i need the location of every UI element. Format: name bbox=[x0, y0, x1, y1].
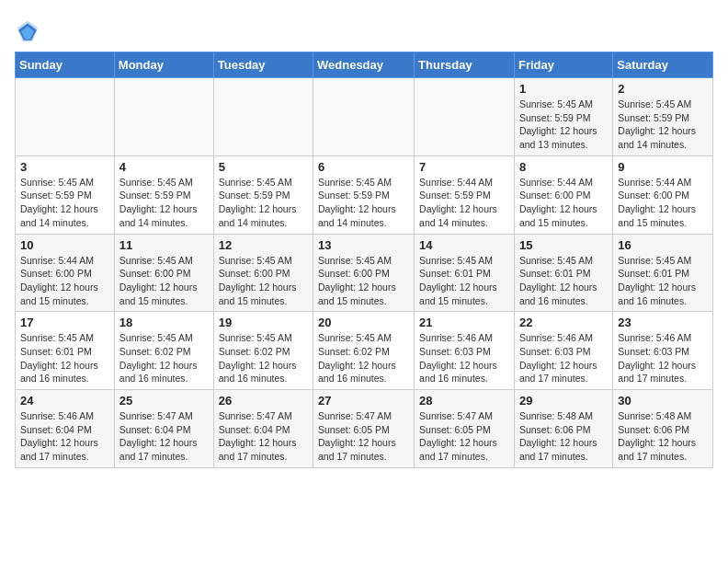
day-number: 7 bbox=[419, 160, 509, 174]
calendar-week-row: 10Sunrise: 5:44 AMSunset: 6:00 PMDayligh… bbox=[16, 234, 713, 312]
day-info: Sunrise: 5:45 AMSunset: 6:00 PMDaylight:… bbox=[119, 254, 209, 308]
day-number: 11 bbox=[119, 238, 209, 252]
calendar-cell: 16Sunrise: 5:45 AMSunset: 6:01 PMDayligh… bbox=[613, 234, 713, 312]
calendar-cell: 3Sunrise: 5:45 AMSunset: 5:59 PMDaylight… bbox=[16, 155, 115, 234]
calendar-cell bbox=[415, 78, 515, 156]
calendar-week-row: 17Sunrise: 5:45 AMSunset: 6:01 PMDayligh… bbox=[16, 312, 713, 390]
header-wednesday: Wednesday bbox=[313, 52, 415, 78]
day-info: Sunrise: 5:45 AMSunset: 6:01 PMDaylight:… bbox=[20, 331, 109, 385]
day-info: Sunrise: 5:44 AMSunset: 6:00 PMDaylight:… bbox=[20, 254, 109, 308]
calendar-cell: 25Sunrise: 5:47 AMSunset: 6:04 PMDayligh… bbox=[114, 390, 213, 468]
day-number: 16 bbox=[618, 238, 708, 252]
day-number: 6 bbox=[318, 160, 409, 174]
day-number: 27 bbox=[318, 394, 409, 408]
calendar-cell: 15Sunrise: 5:45 AMSunset: 6:01 PMDayligh… bbox=[514, 234, 612, 312]
header-thursday: Thursday bbox=[415, 52, 515, 78]
day-info: Sunrise: 5:45 AMSunset: 5:59 PMDaylight:… bbox=[318, 176, 409, 230]
day-number: 23 bbox=[618, 316, 708, 329]
day-info: Sunrise: 5:45 AMSunset: 6:01 PMDaylight:… bbox=[419, 254, 509, 308]
day-number: 3 bbox=[20, 160, 109, 174]
calendar-cell: 30Sunrise: 5:48 AMSunset: 6:06 PMDayligh… bbox=[613, 390, 713, 468]
day-info: Sunrise: 5:45 AMSunset: 6:01 PMDaylight:… bbox=[618, 254, 708, 308]
calendar-cell: 2Sunrise: 5:45 AMSunset: 5:59 PMDaylight… bbox=[613, 78, 713, 156]
calendar-cell: 5Sunrise: 5:45 AMSunset: 5:59 PMDaylight… bbox=[213, 155, 313, 234]
day-info: Sunrise: 5:48 AMSunset: 6:06 PMDaylight:… bbox=[519, 409, 608, 464]
calendar-cell: 13Sunrise: 5:45 AMSunset: 6:00 PMDayligh… bbox=[313, 234, 415, 312]
header bbox=[15, 15, 713, 44]
day-number: 24 bbox=[20, 394, 109, 408]
header-friday: Friday bbox=[514, 52, 612, 78]
calendar-cell: 20Sunrise: 5:45 AMSunset: 6:02 PMDayligh… bbox=[313, 312, 415, 390]
calendar-cell: 7Sunrise: 5:44 AMSunset: 5:59 PMDaylight… bbox=[415, 155, 515, 234]
day-number: 8 bbox=[519, 160, 608, 174]
calendar-cell: 18Sunrise: 5:45 AMSunset: 6:02 PMDayligh… bbox=[114, 312, 213, 390]
day-info: Sunrise: 5:46 AMSunset: 6:04 PMDaylight:… bbox=[20, 409, 109, 464]
calendar-cell bbox=[213, 78, 313, 156]
calendar-cell: 26Sunrise: 5:47 AMSunset: 6:04 PMDayligh… bbox=[213, 390, 313, 468]
day-info: Sunrise: 5:46 AMSunset: 6:03 PMDaylight:… bbox=[519, 331, 608, 385]
day-number: 29 bbox=[519, 394, 608, 408]
calendar-cell: 27Sunrise: 5:47 AMSunset: 6:05 PMDayligh… bbox=[313, 390, 415, 468]
day-number: 1 bbox=[519, 82, 608, 96]
logo bbox=[15, 18, 42, 44]
day-number: 17 bbox=[20, 316, 109, 329]
day-number: 4 bbox=[119, 160, 209, 174]
day-info: Sunrise: 5:47 AMSunset: 6:04 PMDaylight:… bbox=[119, 409, 209, 464]
header-monday: Monday bbox=[114, 52, 213, 78]
day-number: 15 bbox=[519, 238, 608, 252]
day-info: Sunrise: 5:47 AMSunset: 6:05 PMDaylight:… bbox=[318, 409, 409, 464]
day-info: Sunrise: 5:45 AMSunset: 5:59 PMDaylight:… bbox=[119, 176, 209, 230]
day-number: 26 bbox=[219, 394, 308, 408]
calendar-cell: 1Sunrise: 5:45 AMSunset: 5:59 PMDaylight… bbox=[514, 78, 612, 156]
calendar-week-row: 3Sunrise: 5:45 AMSunset: 5:59 PMDaylight… bbox=[16, 155, 713, 234]
calendar-cell: 9Sunrise: 5:44 AMSunset: 6:00 PMDaylight… bbox=[613, 155, 713, 234]
day-info: Sunrise: 5:45 AMSunset: 5:59 PMDaylight:… bbox=[20, 176, 109, 230]
header-tuesday: Tuesday bbox=[213, 52, 313, 78]
calendar-cell: 6Sunrise: 5:45 AMSunset: 5:59 PMDaylight… bbox=[313, 155, 415, 234]
calendar-cell: 12Sunrise: 5:45 AMSunset: 6:00 PMDayligh… bbox=[213, 234, 313, 312]
calendar-cell: 23Sunrise: 5:46 AMSunset: 6:03 PMDayligh… bbox=[613, 312, 713, 390]
day-number: 2 bbox=[618, 82, 708, 96]
calendar-week-row: 24Sunrise: 5:46 AMSunset: 6:04 PMDayligh… bbox=[16, 390, 713, 468]
calendar-cell: 28Sunrise: 5:47 AMSunset: 6:05 PMDayligh… bbox=[415, 390, 515, 468]
day-number: 28 bbox=[419, 394, 509, 408]
day-info: Sunrise: 5:48 AMSunset: 6:06 PMDaylight:… bbox=[618, 409, 708, 464]
day-info: Sunrise: 5:44 AMSunset: 6:00 PMDaylight:… bbox=[519, 176, 608, 230]
logo-icon bbox=[15, 18, 40, 44]
day-info: Sunrise: 5:46 AMSunset: 6:03 PMDaylight:… bbox=[618, 331, 708, 385]
day-number: 30 bbox=[618, 394, 708, 408]
header-saturday: Saturday bbox=[613, 52, 713, 78]
day-number: 22 bbox=[519, 316, 608, 329]
calendar-cell: 11Sunrise: 5:45 AMSunset: 6:00 PMDayligh… bbox=[114, 234, 213, 312]
day-number: 12 bbox=[219, 238, 308, 252]
day-info: Sunrise: 5:45 AMSunset: 5:59 PMDaylight:… bbox=[519, 98, 608, 152]
calendar-cell: 22Sunrise: 5:46 AMSunset: 6:03 PMDayligh… bbox=[514, 312, 612, 390]
day-info: Sunrise: 5:47 AMSunset: 6:05 PMDaylight:… bbox=[419, 409, 509, 464]
calendar-cell: 4Sunrise: 5:45 AMSunset: 5:59 PMDaylight… bbox=[114, 155, 213, 234]
calendar-cell: 24Sunrise: 5:46 AMSunset: 6:04 PMDayligh… bbox=[16, 390, 115, 468]
day-number: 20 bbox=[318, 316, 409, 329]
day-number: 9 bbox=[618, 160, 708, 174]
calendar-table: SundayMondayTuesdayWednesdayThursdayFrid… bbox=[15, 52, 713, 468]
day-number: 19 bbox=[219, 316, 308, 329]
header-sunday: Sunday bbox=[16, 52, 115, 78]
day-info: Sunrise: 5:46 AMSunset: 6:03 PMDaylight:… bbox=[419, 331, 509, 385]
day-number: 18 bbox=[119, 316, 209, 329]
calendar-cell: 17Sunrise: 5:45 AMSunset: 6:01 PMDayligh… bbox=[16, 312, 115, 390]
day-number: 10 bbox=[20, 238, 109, 252]
day-number: 5 bbox=[219, 160, 308, 174]
calendar-cell: 14Sunrise: 5:45 AMSunset: 6:01 PMDayligh… bbox=[415, 234, 515, 312]
calendar-cell bbox=[313, 78, 415, 156]
day-info: Sunrise: 5:44 AMSunset: 5:59 PMDaylight:… bbox=[419, 176, 509, 230]
calendar-cell: 10Sunrise: 5:44 AMSunset: 6:00 PMDayligh… bbox=[16, 234, 115, 312]
day-info: Sunrise: 5:45 AMSunset: 6:02 PMDaylight:… bbox=[119, 331, 209, 385]
calendar-cell: 21Sunrise: 5:46 AMSunset: 6:03 PMDayligh… bbox=[415, 312, 515, 390]
day-number: 13 bbox=[318, 238, 409, 252]
calendar-week-row: 1Sunrise: 5:45 AMSunset: 5:59 PMDaylight… bbox=[16, 78, 713, 156]
day-info: Sunrise: 5:45 AMSunset: 6:02 PMDaylight:… bbox=[318, 331, 409, 385]
calendar-cell: 8Sunrise: 5:44 AMSunset: 6:00 PMDaylight… bbox=[514, 155, 612, 234]
day-number: 21 bbox=[419, 316, 509, 329]
day-info: Sunrise: 5:45 AMSunset: 6:02 PMDaylight:… bbox=[219, 331, 308, 385]
calendar-cell: 19Sunrise: 5:45 AMSunset: 6:02 PMDayligh… bbox=[213, 312, 313, 390]
day-info: Sunrise: 5:45 AMSunset: 5:59 PMDaylight:… bbox=[618, 98, 708, 152]
